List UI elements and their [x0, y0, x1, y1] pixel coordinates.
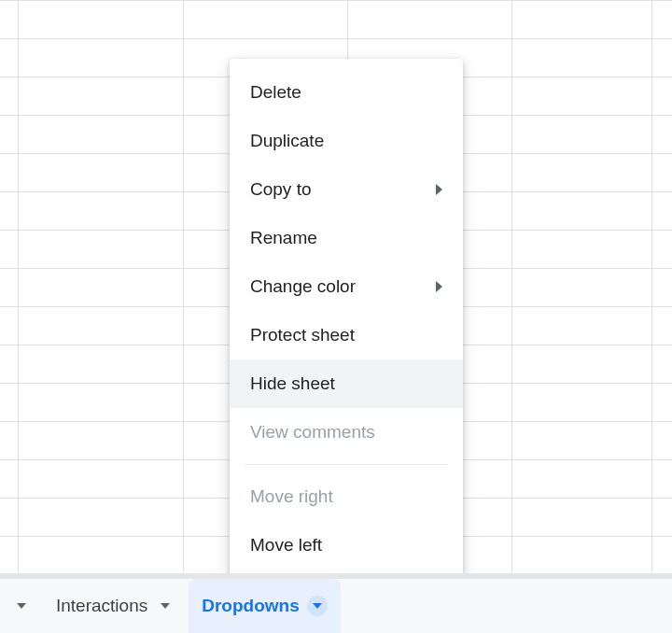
sheet-tab-dropdowns[interactable]: Dropdowns: [189, 579, 341, 633]
chevron-right-icon: [436, 184, 442, 195]
menu-item-label: Delete: [250, 82, 301, 103]
sheet-tab-bar: Interactions Dropdowns: [0, 573, 672, 633]
menu-separator: [245, 464, 448, 465]
sheet-tab-context-menu: Delete Duplicate Copy to Rename Change c…: [230, 59, 463, 583]
menu-item-label: Move left: [250, 535, 322, 556]
sheet-tab-label: Interactions: [56, 596, 147, 616]
menu-item-label: Duplicate: [250, 131, 324, 151]
sheet-tab-interactions[interactable]: Interactions: [43, 579, 189, 633]
menu-item-change-color[interactable]: Change color: [230, 262, 463, 311]
chevron-down-icon: [313, 603, 322, 609]
menu-item-move-right: Move right: [230, 472, 463, 521]
spreadsheet-stage: Delete Duplicate Copy to Rename Change c…: [0, 0, 672, 633]
sheet-tab-menu-button[interactable]: [307, 596, 328, 616]
chevron-down-icon: [17, 603, 26, 609]
menu-item-move-left[interactable]: Move left: [230, 521, 463, 570]
menu-item-protect-sheet[interactable]: Protect sheet: [230, 311, 463, 359]
menu-item-label: Hide sheet: [250, 373, 335, 394]
menu-item-label: Rename: [250, 228, 317, 248]
menu-item-label: Change color: [250, 276, 356, 297]
menu-item-label: Copy to: [250, 179, 311, 200]
prev-sheet-tab-button[interactable]: [0, 579, 43, 633]
menu-item-hide-sheet[interactable]: Hide sheet: [230, 359, 463, 408]
menu-item-rename[interactable]: Rename: [230, 214, 463, 262]
sheet-tab-label: Dropdowns: [202, 596, 300, 616]
menu-item-view-comments: View comments: [230, 408, 463, 457]
menu-item-delete[interactable]: Delete: [230, 68, 463, 117]
chevron-down-icon: [161, 603, 170, 609]
sheet-tab-menu-button[interactable]: [155, 596, 175, 616]
menu-item-label: View comments: [250, 422, 375, 443]
menu-item-duplicate[interactable]: Duplicate: [230, 117, 463, 165]
chevron-right-icon: [436, 281, 442, 292]
menu-item-copy-to[interactable]: Copy to: [230, 165, 463, 214]
menu-item-label: Protect sheet: [250, 325, 355, 345]
menu-item-label: Move right: [250, 486, 333, 507]
